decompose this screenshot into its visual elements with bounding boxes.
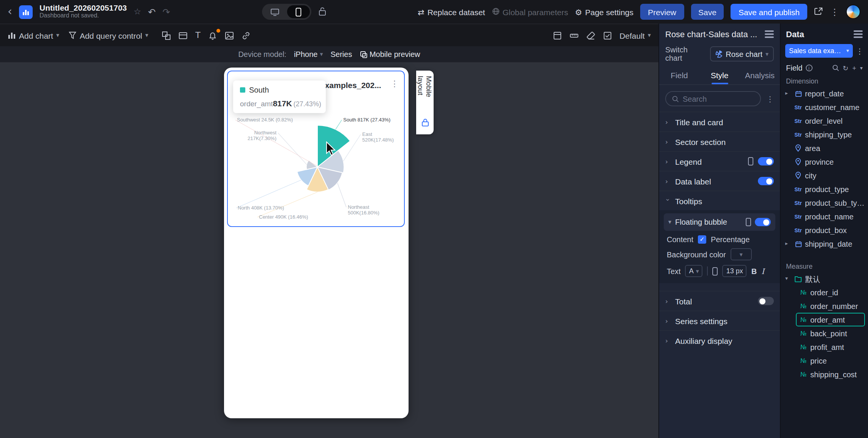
bold-button[interactable]: B [751, 267, 757, 275]
tab-field[interactable]: Field [659, 66, 699, 84]
tab-analysis[interactable]: Analysis [740, 66, 780, 84]
add-field-icon[interactable]: + [852, 64, 856, 72]
dimension-area[interactable]: area [781, 141, 868, 155]
dimension-product_type[interactable]: Str product_type [781, 182, 868, 196]
percentage-checkbox[interactable]: ✓ [698, 235, 706, 244]
dimension-product_box[interactable]: Str product_box [781, 223, 868, 237]
dimension-customer_name[interactable]: Str customer_name [781, 100, 868, 114]
section-legend[interactable]: › Legend [659, 151, 780, 171]
number-type-icon: № [798, 316, 809, 323]
measure-order_amt[interactable]: № order_amt [796, 313, 865, 326]
mobile-layout-tab[interactable]: Mobile layout [416, 71, 434, 134]
background-color-select[interactable]: ▾ [731, 248, 752, 260]
dataset-menu-icon[interactable]: ⋮ [856, 47, 863, 55]
chart-tooltip: South order_amt 817K(27.43%) [233, 80, 326, 113]
dimension-report_date[interactable]: ▸ report_date [781, 87, 868, 100]
replace-dataset-button[interactable]: ⇄ Replace dataset [418, 7, 485, 16]
theme-icon[interactable] [552, 31, 562, 40]
desktop-mode-button[interactable] [263, 5, 286, 18]
undo-icon[interactable]: ↶ [148, 7, 156, 16]
dimension-shipping_type[interactable]: Str shipping_type [781, 128, 868, 141]
mobile-canvas[interactable]: examples_202... ⋮ South 817K (27.43%)Eas… [0, 62, 658, 438]
search-options-icon[interactable]: ⋮ [766, 95, 774, 103]
search-placeholder: Search [683, 95, 707, 103]
section-data-label[interactable]: › Data label [659, 171, 780, 191]
measure-profit_amt[interactable]: № profit_amt [796, 340, 865, 354]
dataset-select[interactable]: Sales data exam... ▾ [785, 44, 853, 58]
device-series-select[interactable]: Series [330, 50, 352, 58]
batch-select-icon[interactable] [603, 31, 612, 40]
lock-icon[interactable] [318, 6, 326, 17]
dimension-shipping_date[interactable]: ▸ shipping_date [781, 237, 868, 251]
measure-price[interactable]: № price [796, 354, 865, 367]
mobile-preview-icon [360, 50, 367, 58]
dimension-product_name[interactable]: Str product_name [781, 210, 868, 223]
toggle[interactable] [758, 177, 774, 185]
refresh-icon[interactable]: ↻ [843, 64, 848, 72]
dimension-province[interactable]: province [781, 155, 868, 169]
section-title-and-card[interactable]: › Title and card [659, 112, 780, 131]
data-panel-title: Data [786, 30, 850, 39]
device-model-select[interactable]: iPhone ▾ [294, 50, 323, 58]
page-settings-button[interactable]: ⚙ Page settings [575, 7, 633, 16]
image-icon[interactable] [225, 31, 234, 40]
label-line [236, 180, 301, 208]
dimension-city[interactable]: city [781, 169, 868, 182]
floating-bubble-row[interactable]: ▾ Floating bubble [664, 213, 775, 231]
measure-order_number[interactable]: № order_number [796, 299, 865, 313]
add-query-control-button[interactable]: Add query control ▾ [68, 31, 148, 40]
group-icon[interactable] [162, 31, 171, 40]
collapse-fields-icon[interactable]: ▾ [860, 65, 863, 71]
panel-menu-icon[interactable] [765, 31, 774, 38]
share-icon[interactable] [814, 6, 823, 17]
link-icon[interactable] [241, 31, 251, 40]
measure-back_point[interactable]: № back_point [796, 326, 865, 340]
measure-order_id[interactable]: № order_id [796, 285, 865, 299]
save-and-publish-button[interactable]: Save and publish [731, 4, 807, 20]
chart-menu-icon[interactable]: ⋮ [390, 79, 399, 89]
mobile-preview-button[interactable]: Mobile preview [360, 50, 420, 58]
ruler-icon[interactable] [569, 31, 578, 40]
chart-type-select[interactable]: Rose chart ▾ [710, 46, 774, 61]
tree-caret-icon[interactable]: ▸ [785, 90, 791, 96]
search-fields-icon[interactable] [832, 65, 839, 71]
tab-style[interactable]: Style [699, 66, 740, 84]
measure-group[interactable]: ▾ 默认 [781, 272, 868, 285]
preview-button[interactable]: Preview [640, 4, 684, 20]
tooltip-field: order_amt [240, 99, 273, 108]
font-size-select[interactable]: 13 px [723, 265, 747, 277]
floating-bubble-toggle[interactable] [755, 218, 771, 226]
layout-lock-icon[interactable] [421, 116, 429, 130]
add-chart-button[interactable]: Add chart ▾ [8, 31, 59, 40]
section-total[interactable]: › Total [659, 291, 780, 310]
section-series-settings[interactable]: › Series settings [659, 310, 780, 330]
measure-shipping_cost[interactable]: № shipping_cost [796, 367, 865, 381]
section-auxiliary-display[interactable]: › Auxiliary display [659, 330, 780, 350]
eraser-icon[interactable] [586, 31, 595, 40]
section-sector-section[interactable]: › Sector section [659, 131, 780, 151]
notification-icon[interactable] [208, 31, 217, 40]
more-menu-icon[interactable]: ⋮ [830, 7, 839, 16]
dimension-order_level[interactable]: Str order_level [781, 114, 868, 128]
chart-name-header: Rose chart-Sales data ... [665, 30, 760, 39]
theme-select[interactable]: Default ▾ [619, 31, 651, 40]
favorite-icon[interactable]: ☆ [134, 7, 141, 17]
text-tool-icon[interactable]: T [196, 31, 200, 39]
user-avatar[interactable] [846, 5, 860, 19]
tree-caret-open-icon[interactable]: ▾ [785, 276, 791, 282]
dimension-product_sub_type[interactable]: Str product_sub_type [781, 196, 868, 210]
italic-button[interactable]: I [761, 267, 764, 275]
mobile-mode-button[interactable] [287, 5, 309, 18]
font-color-select[interactable]: A ▾ [685, 265, 703, 277]
card-icon[interactable] [179, 31, 188, 40]
back-icon[interactable]: ‹ [8, 6, 12, 17]
toggle[interactable] [758, 157, 774, 165]
toggle[interactable] [758, 297, 774, 305]
save-button[interactable]: Save [691, 4, 724, 20]
tree-caret-icon[interactable]: ▸ [785, 241, 791, 247]
panel-menu-icon[interactable] [854, 31, 863, 38]
chart-type-value: Rose chart [726, 50, 762, 58]
style-search-input[interactable]: Search [665, 91, 761, 106]
app-logo-icon [19, 5, 33, 19]
section-tooltips[interactable]: › Tooltips [659, 191, 780, 210]
